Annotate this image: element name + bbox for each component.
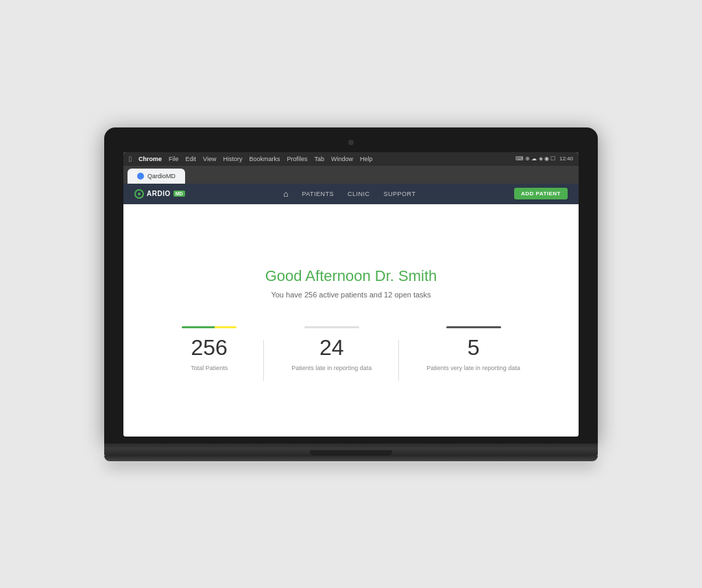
logo-badge: MD: [173, 191, 185, 197]
nav-patients[interactable]: PATIENTS: [296, 189, 339, 199]
app-navbar: ARDIO MD ⌂ PATIENTS CLINIC SUPPORT ADD P…: [123, 184, 579, 204]
menu-edit[interactable]: Edit: [186, 156, 197, 162]
total-patients-label: Total Patients: [191, 364, 228, 373]
active-patients-subtitle: You have 256 active patients and 12 open…: [271, 291, 431, 299]
logo-text: ARDIO: [147, 190, 171, 197]
home-nav-icon[interactable]: ⌂: [278, 188, 293, 200]
patients-very-late-bar: [446, 326, 501, 328]
macos-left-menu:  Chrome File Edit View History Bookmark…: [129, 155, 373, 163]
logo: ARDIO MD: [134, 189, 185, 199]
patients-late-number: 24: [319, 336, 344, 358]
menu-chrome[interactable]: Chrome: [138, 156, 162, 162]
menu-help[interactable]: Help: [360, 156, 373, 162]
laptop-frame:  Chrome File Edit View History Bookmark…: [104, 127, 598, 461]
patients-late-bar: [304, 326, 359, 328]
navbar-logo-area: ARDIO MD: [134, 189, 185, 199]
menu-window[interactable]: Window: [331, 156, 353, 162]
laptop-base: [104, 443, 598, 456]
macos-right-status: ⌨ ⊕ ☁ ◈ ◉ ☐ 12:40: [516, 156, 573, 162]
add-patient-button[interactable]: ADD PATIENT: [514, 188, 568, 199]
total-patients-bar: [182, 326, 237, 328]
greeting-heading: Good Afternoon Dr. Smith: [265, 267, 437, 285]
laptop-foot: [104, 456, 598, 461]
navbar-nav: ⌂ PATIENTS CLINIC SUPPORT: [278, 188, 421, 200]
main-content-area: Good Afternoon Dr. Smith You have 256 ac…: [123, 204, 579, 437]
patients-very-late-label: Patients very late in reporting data: [426, 364, 520, 373]
laptop-camera: [348, 140, 354, 145]
menu-file[interactable]: File: [169, 156, 179, 162]
system-time: 12:40: [559, 156, 573, 162]
chrome-active-tab[interactable]: QardioMD: [128, 169, 185, 184]
stats-container: 256 Total Patients 24 Patients late in r…: [154, 326, 548, 373]
total-patients-number: 256: [191, 336, 227, 358]
menu-view[interactable]: View: [203, 156, 216, 162]
chrome-tab-bar: QardioMD: [123, 166, 579, 184]
screen-bezel:  Chrome File Edit View History Bookmark…: [104, 127, 598, 443]
stat-patients-late: 24 Patients late in reporting data: [264, 326, 399, 373]
menu-profiles[interactable]: Profiles: [287, 156, 307, 162]
patients-late-label: Patients late in reporting data: [291, 364, 372, 373]
logo-circle-icon: [134, 189, 144, 199]
laptop-screen:  Chrome File Edit View History Bookmark…: [123, 152, 579, 437]
stat-patients-very-late: 5 Patients very late in reporting data: [399, 326, 548, 373]
chrome-tab-title: QardioMD: [147, 173, 176, 180]
dashboard-main: Good Afternoon Dr. Smith You have 256 ac…: [123, 204, 579, 437]
status-icons: ⌨ ⊕ ☁ ◈ ◉ ☐: [516, 156, 555, 162]
patients-very-late-number: 5: [468, 336, 480, 358]
macos-menu-bar:  Chrome File Edit View History Bookmark…: [123, 152, 579, 166]
chrome-tab-favicon: [137, 173, 144, 180]
menu-history[interactable]: History: [223, 156, 242, 162]
apple-icon: : [129, 155, 132, 163]
nav-support[interactable]: SUPPORT: [378, 189, 422, 199]
logo-circle-inner: [138, 193, 141, 195]
menu-tab[interactable]: Tab: [314, 156, 324, 162]
menu-bookmarks[interactable]: Bookmarks: [249, 156, 280, 162]
stat-total-patients: 256 Total Patients: [154, 326, 264, 373]
nav-clinic[interactable]: CLINIC: [342, 189, 376, 199]
